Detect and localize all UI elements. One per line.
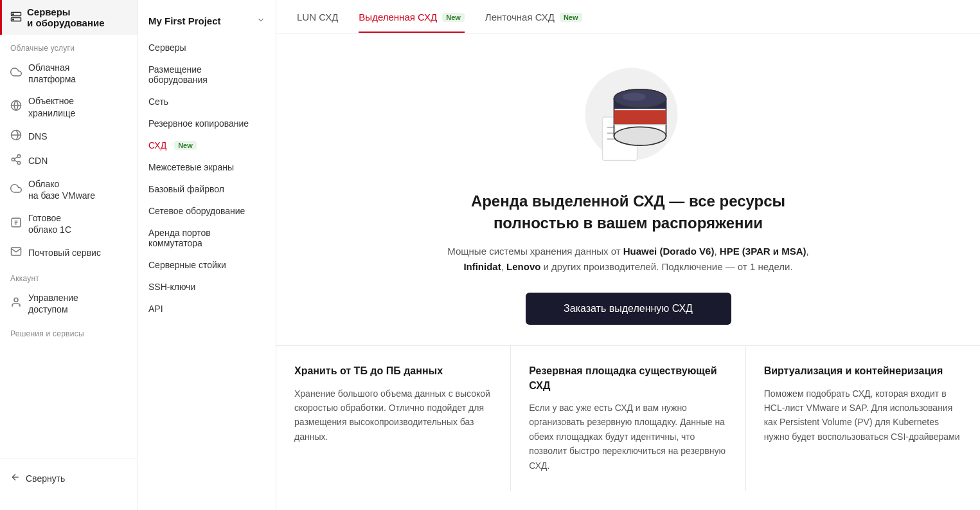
svg-rect-23 xyxy=(614,110,666,125)
cdn-label: CDN xyxy=(28,155,48,167)
svg-point-9 xyxy=(12,158,15,161)
cloud-icon xyxy=(10,66,22,80)
nav-network-label: Сеть xyxy=(148,96,168,107)
nav-servers[interactable]: Серверы xyxy=(138,37,276,59)
svg-point-27 xyxy=(614,127,666,145)
main-content: LUN СХД Выделенная СХД New Ленточная СХД… xyxy=(276,0,980,510)
svg-line-12 xyxy=(14,157,17,159)
feature-storage-desc: Хранение большого объема данных с высоко… xyxy=(294,387,492,444)
feature-backup-site: Резервная площадка существующей СХД Если… xyxy=(511,346,745,491)
nav-server-racks-label: Серверные стойки xyxy=(148,260,226,270)
user-icon xyxy=(10,296,22,311)
chevron-down-icon xyxy=(256,15,265,26)
project-selector[interactable]: My First Project xyxy=(138,10,276,37)
sidebar-item-cdn[interactable]: CDN xyxy=(0,149,138,173)
nav-network-equipment-label: Сетевое оборудование xyxy=(148,206,245,216)
object-storage-icon xyxy=(10,100,22,114)
nav-port-rental[interactable]: Аренда портов коммутатора xyxy=(138,222,276,254)
sidebar-active-label-1: Серверы xyxy=(27,6,105,17)
feature-backup-desc: Если у вас уже есть СХД и вам нужно орга… xyxy=(529,401,727,473)
feature-virt-desc: Поможем подобрать СХД, которая входит в … xyxy=(764,387,962,444)
features-row: Хранить от ТБ до ПБ данных Хранение боль… xyxy=(276,345,980,491)
nav-storage-label: СХД xyxy=(148,140,166,150)
account-section: Аккаунт xyxy=(0,265,138,287)
nav-hardware[interactable]: Размещение оборудования xyxy=(138,59,276,91)
svg-point-8 xyxy=(17,154,21,158)
nav-firewalls[interactable]: Межсетевые экраны xyxy=(138,156,276,178)
feature-virt-title: Виртуализация и контейнеризация xyxy=(764,364,962,378)
feature-virtualization: Виртуализация и контейнеризация Поможем … xyxy=(746,346,980,491)
nav-server-racks[interactable]: Серверные стойки xyxy=(138,254,276,276)
tab-tape[interactable]: Ленточная СХД New xyxy=(485,0,582,33)
server-icon xyxy=(10,11,22,24)
vmware-icon xyxy=(10,183,22,197)
1c-icon xyxy=(10,217,22,231)
collapse-button[interactable]: Свернуть xyxy=(10,467,127,489)
hero-illustration xyxy=(571,59,686,175)
nav-api[interactable]: API xyxy=(138,298,276,320)
tape-new-badge: New xyxy=(560,13,582,22)
sidebar-item-access[interactable]: Управление доступом xyxy=(0,287,138,320)
arrow-left-icon xyxy=(10,472,21,484)
tab-tape-label: Ленточная СХД xyxy=(485,12,555,23)
sidebar-active-label-2: и оборудование xyxy=(27,17,105,28)
feature-backup-title: Резервная площадка существующей СХД xyxy=(529,364,727,393)
nav-backup[interactable]: Резервное копирование xyxy=(138,113,276,134)
nav-ssh-keys[interactable]: SSH-ключи xyxy=(138,276,276,298)
svg-point-14 xyxy=(14,298,18,302)
sidebar-item-servers[interactable]: Серверы и оборудование xyxy=(0,0,138,35)
nav-basic-firewall[interactable]: Базовый файрвол xyxy=(138,178,276,200)
nav-network[interactable]: Сеть xyxy=(138,91,276,113)
dedicated-new-badge: New xyxy=(442,13,465,22)
hero-description: Мощные системы хранения данных от Huawei… xyxy=(429,244,828,275)
nav-ssh-label: SSH-ключи xyxy=(148,282,195,292)
tabs-bar: LUN СХД Выделенная СХД New Ленточная СХД… xyxy=(276,0,980,33)
nav-firewalls-label: Межсетевые экраны xyxy=(148,162,234,172)
project-name: My First Project xyxy=(148,15,221,26)
svg-line-11 xyxy=(14,160,17,162)
middle-navigation: My First Project Серверы Размещение обор… xyxy=(138,0,276,510)
sidebar-item-dns[interactable]: DNS xyxy=(0,124,138,149)
nav-basic-firewall-label: Базовый файрвол xyxy=(148,184,224,194)
sidebar-item-cloud-platform[interactable]: Облачная платформа xyxy=(0,57,138,90)
svg-point-2 xyxy=(13,14,14,15)
nav-servers-label: Серверы xyxy=(148,42,186,53)
hero-section: Аренда выделенной СХД — все ресурсы полн… xyxy=(276,33,980,345)
svg-point-3 xyxy=(13,19,14,20)
tab-lun[interactable]: LUN СХД xyxy=(297,0,338,33)
order-button[interactable]: Заказать выделенную СХД xyxy=(526,293,731,325)
dns-label: DNS xyxy=(28,131,48,142)
nav-backup-label: Резервное копирование xyxy=(148,118,249,129)
nav-api-label: API xyxy=(148,304,163,314)
tab-dedicated[interactable]: Выделенная СХД New xyxy=(359,0,464,33)
sidebar-item-1c[interactable]: Готовое облако 1С xyxy=(0,207,138,241)
sidebar-item-object-storage[interactable]: Объектное хранилище xyxy=(0,90,138,123)
feature-storage-title: Хранить от ТБ до ПБ данных xyxy=(294,364,492,378)
svg-point-26 xyxy=(623,93,646,101)
storage-new-badge: New xyxy=(174,141,197,150)
tab-lun-label: LUN СХД xyxy=(297,12,338,23)
nav-storage[interactable]: СХД New xyxy=(138,134,276,156)
hero-title: Аренда выделенной СХД — все ресурсы полн… xyxy=(436,190,821,233)
cloud-services-section: Облачные услуги xyxy=(0,35,138,57)
sidebar-item-vmware[interactable]: Облако на базе VMware xyxy=(0,173,138,206)
sidebar-item-mail[interactable]: Почтовый сервис xyxy=(0,241,138,265)
dns-icon xyxy=(10,129,22,143)
solutions-section: Решения и сервисы xyxy=(0,320,138,342)
tab-dedicated-label: Выделенная СХД xyxy=(359,12,437,23)
mail-label: Почтовый сервис xyxy=(28,247,101,259)
collapse-label: Свернуть xyxy=(26,473,65,484)
left-sidebar: Серверы и оборудование Облачные услуги О… xyxy=(0,0,138,510)
cdn-icon xyxy=(10,154,22,168)
mail-icon xyxy=(10,246,22,260)
feature-storage-capacity: Хранить от ТБ до ПБ данных Хранение боль… xyxy=(276,346,511,491)
nav-network-equipment[interactable]: Сетевое оборудование xyxy=(138,200,276,222)
svg-point-10 xyxy=(17,161,21,165)
